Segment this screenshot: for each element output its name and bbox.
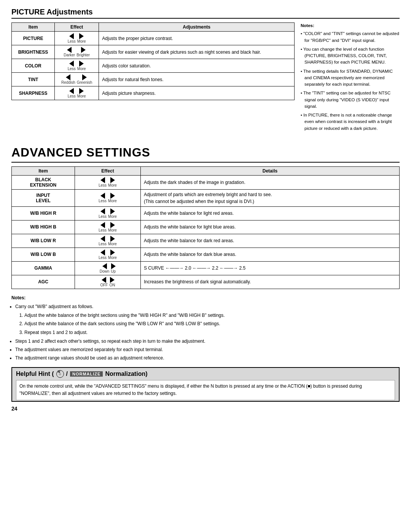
adv-left-triangle-icon xyxy=(102,263,107,269)
advanced-settings-section: ADVANCED SETTINGS Item Effect Details BL… xyxy=(11,145,400,362)
adv-left-arrow-label: Less xyxy=(99,208,107,219)
picture-adj-cell: Adjusts for natural flesh tones. xyxy=(99,73,295,86)
picture-note-item: The "TINT" setting can be adjusted for N… xyxy=(301,90,400,110)
advanced-table-row: GAMMADownUpS CURVE ←——→ 2.0 ←——→ 2.2 ←——… xyxy=(12,261,400,275)
advanced-note-values: The adjustment values are memorized sepa… xyxy=(15,346,400,353)
left-arrow-label: Less xyxy=(68,33,76,43)
advanced-detail-cell: Adjusts the dark shades of the image in … xyxy=(140,175,399,189)
helpful-hint-suffix: Normalization) xyxy=(105,371,147,377)
adv-left-triangle-icon xyxy=(100,193,105,199)
advanced-note-steps: Steps 1 and 2 affect each other's settin… xyxy=(15,338,400,345)
adv-left-arrow-label: Less xyxy=(99,193,107,203)
picture-notes-title: Notes: xyxy=(301,22,400,29)
adv-ordered-item: Repeat steps 1 and 2 to adjust. xyxy=(24,329,400,336)
adv-left-arrow-label: OFF xyxy=(100,277,108,287)
advanced-notes-section: Notes: Carry out "W/B" adjustment as fol… xyxy=(11,294,400,362)
advanced-item-cell: BLACK EXTENSION xyxy=(12,175,75,189)
adv-left-triangle-icon xyxy=(100,249,105,256)
advanced-effect-cell: DownUp xyxy=(75,261,140,275)
advanced-item-cell: AGC xyxy=(12,275,75,289)
picture-effect-cell: LessMore xyxy=(55,59,99,73)
right-triangle-icon xyxy=(81,47,86,53)
advanced-effect-cell: OFFON xyxy=(75,275,140,289)
advanced-note-range: The adjustment range values should be us… xyxy=(15,355,400,362)
advanced-effect-cell: LessMore xyxy=(75,206,140,220)
adv-col-details: Details xyxy=(140,166,399,175)
advanced-effect-cell: LessMore xyxy=(75,189,140,206)
advanced-detail-cell: Increases the brightness of dark signal … xyxy=(140,275,399,289)
helpful-hint-label: Helpful Hint ( xyxy=(16,371,54,377)
picture-table: Item Effect Adjustments PICTURELessMoreA… xyxy=(11,22,295,100)
n-superscript: N xyxy=(58,370,61,374)
adv-col-item: Item xyxy=(12,166,75,175)
adv-left-triangle-icon xyxy=(100,177,105,183)
adv-ordered-item: Adjust the white balance of the bright s… xyxy=(24,312,400,319)
adv-col-effect: Effect xyxy=(75,166,140,175)
advanced-note-wb: Carry out "W/B" adjustment as follows. A… xyxy=(15,303,400,336)
picture-section-container: Item Effect Adjustments PICTURELessMoreA… xyxy=(11,22,400,134)
picture-adj-cell: Adjusts color saturation. xyxy=(99,59,295,73)
picture-effect-cell: LessMore xyxy=(55,86,99,100)
picture-col-effect: Effect xyxy=(55,23,99,32)
adv-left-arrow-label: Less xyxy=(99,177,107,187)
adv-right-arrow-label: More xyxy=(108,177,117,187)
n-circle-icon: N ○ xyxy=(56,370,64,378)
picture-table-row: PICTURELessMoreAdjusts the proper pictur… xyxy=(12,32,295,45)
picture-col-adjustments: Adjustments xyxy=(99,23,295,32)
right-arrow-label: More xyxy=(77,88,86,98)
advanced-detail-cell: Adjustment of parts which are extremely … xyxy=(140,189,399,206)
picture-notes-list: "COLOR" and "TINT" settings cannot be ad… xyxy=(301,30,400,132)
picture-effect-cell: ReddishGreenish xyxy=(55,73,99,86)
advanced-item-cell: W/B LOW R xyxy=(12,234,75,248)
adv-right-arrow-label: More xyxy=(108,208,117,219)
page-number: 24 xyxy=(11,406,400,412)
picture-table-row: COLORLessMoreAdjusts color saturation. xyxy=(12,59,295,73)
picture-table-row: BRIGHTNESSDarkerBrighterAdjusts for easi… xyxy=(12,45,295,59)
advanced-effect-cell: LessMore xyxy=(75,220,140,234)
left-triangle-icon xyxy=(69,61,74,67)
adv-left-triangle-icon xyxy=(100,236,105,242)
right-triangle-icon xyxy=(79,61,84,67)
adv-right-triangle-icon xyxy=(110,277,115,283)
adv-left-triangle-icon xyxy=(102,277,106,283)
helpful-hint-slash: / xyxy=(66,371,68,377)
adv-ordered-item: Adjust the white balance of the dark sec… xyxy=(24,320,400,328)
adv-right-arrow-label: More xyxy=(108,249,117,260)
picture-note-item: In PICTURE, there is not a noticeable ch… xyxy=(301,112,400,132)
adv-right-arrow-label: More xyxy=(108,193,117,203)
left-arrow-label: Darker xyxy=(64,47,75,57)
left-arrow-label: Less xyxy=(68,61,76,71)
advanced-table: Item Effect Details BLACK EXTENSIONLessM… xyxy=(11,166,400,289)
picture-effect-cell: DarkerBrighter xyxy=(55,45,99,59)
adv-left-arrow-label: Down xyxy=(100,263,110,273)
adv-left-triangle-icon xyxy=(100,222,105,228)
advanced-note-ordered: Adjust the white balance of the bright s… xyxy=(15,312,400,336)
right-triangle-icon xyxy=(79,33,84,39)
left-arrow-label: Less xyxy=(68,88,76,98)
helpful-hint-body: On the remote control unit, while the "A… xyxy=(16,380,395,400)
left-triangle-icon xyxy=(66,74,70,80)
advanced-detail-cell: Adjusts the white balance for light red … xyxy=(140,206,399,220)
advanced-item-cell: W/B LOW B xyxy=(12,248,75,261)
advanced-detail-cell: Adjusts the white balance for dark blue … xyxy=(140,248,399,261)
picture-adj-cell: Adjusts picture sharpness. xyxy=(99,86,295,100)
advanced-notes-list: Carry out "W/B" adjustment as follows. A… xyxy=(11,303,400,362)
adv-left-arrow-label: Less xyxy=(99,236,107,246)
right-arrow-label: More xyxy=(77,61,86,71)
adv-right-triangle-icon xyxy=(110,193,115,199)
adv-left-triangle-icon xyxy=(100,208,105,214)
advanced-table-wrap: Item Effect Details BLACK EXTENSIONLessM… xyxy=(11,166,400,289)
advanced-table-row: BLACK EXTENSIONLessMoreAdjusts the dark … xyxy=(12,175,400,189)
right-triangle-icon xyxy=(79,88,84,94)
adv-left-arrow-label: Less xyxy=(99,249,107,260)
picture-table-row: TINTReddishGreenishAdjusts for natural f… xyxy=(12,73,295,86)
advanced-item-cell: GAMMA xyxy=(12,261,75,275)
picture-adjustments-section: PICTURE Adjustments Item Effect Adjustme… xyxy=(11,8,400,134)
adv-left-arrow-label: Less xyxy=(99,222,107,232)
advanced-detail-cell: Adjusts the white balance for light blue… xyxy=(140,220,399,234)
adv-right-arrow-label: Up xyxy=(111,263,116,273)
advanced-table-row: W/B LOW RLessMoreAdjusts the white balan… xyxy=(12,234,400,248)
left-triangle-icon xyxy=(69,88,74,94)
helpful-hint-title: Helpful Hint ( N ○ / NORMALIZE Normaliza… xyxy=(16,370,395,378)
advanced-table-row: INPUT LEVELLessMoreAdjustment of parts w… xyxy=(12,189,400,206)
